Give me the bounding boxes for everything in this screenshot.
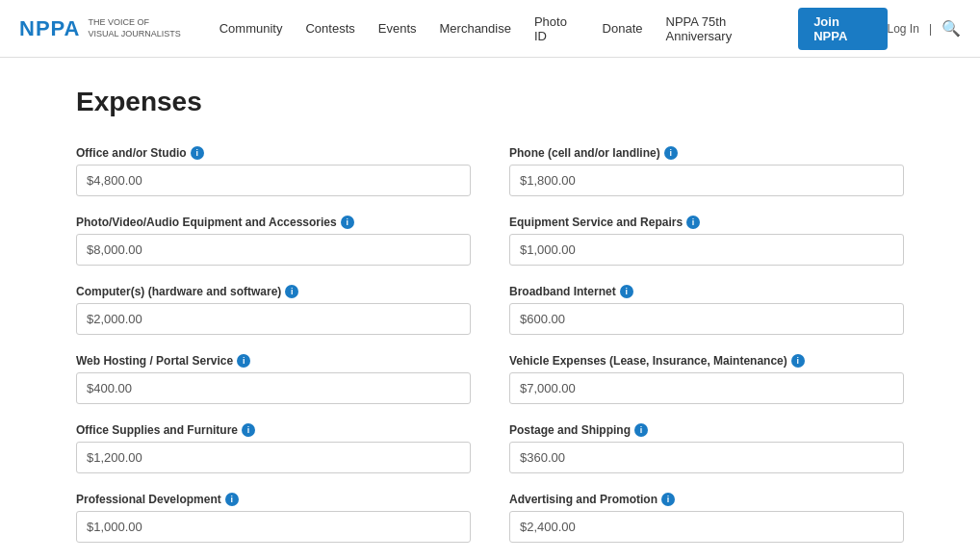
input-advertising-promotion[interactable] (509, 511, 904, 543)
info-icon-broadband[interactable]: i (620, 285, 633, 298)
logo-tagline: THE VOICE OF VISUAL JOURNALISTS (89, 17, 181, 39)
label-professional-development: Professional Developmenti (76, 493, 471, 506)
label-photo-video-audio: Photo/Video/Audio Equipment and Accessor… (76, 216, 471, 229)
label-postage-shipping: Postage and Shippingi (509, 423, 904, 437)
info-icon-web-hosting[interactable]: i (237, 354, 250, 368)
label-phone: Phone (cell and/or landline)i (509, 146, 904, 160)
nav-contests[interactable]: Contests (296, 15, 364, 41)
info-icon-advertising-promotion[interactable]: i (661, 493, 675, 506)
page-content: Expenses Office and/or StudioiPhone (cel… (57, 58, 923, 560)
label-office-studio: Office and/or Studioi (76, 146, 471, 160)
field-office-studio: Office and/or Studioi (76, 146, 471, 196)
field-broadband: Broadband Interneti (509, 285, 904, 335)
label-broadband: Broadband Interneti (509, 285, 904, 298)
field-professional-development: Professional Developmenti (76, 493, 471, 543)
page-title: Expenses (76, 87, 904, 117)
label-advertising-promotion: Advertising and Promotioni (509, 493, 904, 506)
expenses-form: Office and/or StudioiPhone (cell and/or … (76, 146, 904, 560)
label-vehicle-expenses: Vehicle Expenses (Lease, Insurance, Main… (509, 354, 904, 368)
input-vehicle-expenses[interactable] (509, 372, 904, 404)
info-icon-professional-development[interactable]: i (225, 493, 239, 506)
nav-anniversary[interactable]: NPPA 75th Anniversary (657, 9, 795, 49)
input-professional-development[interactable] (76, 511, 471, 543)
field-computer-hardware-software: Computer(s) (hardware and software)i (76, 285, 471, 335)
nav-join[interactable]: Join NPPA (798, 8, 887, 50)
input-postage-shipping[interactable] (509, 442, 904, 473)
input-office-supplies[interactable] (76, 442, 471, 473)
input-broadband[interactable] (509, 303, 904, 335)
info-icon-office-supplies[interactable]: i (242, 423, 255, 437)
input-web-hosting[interactable] (76, 372, 471, 404)
info-icon-postage-shipping[interactable]: i (634, 423, 648, 437)
label-computer-hardware-software: Computer(s) (hardware and software)i (76, 285, 471, 298)
field-postage-shipping: Postage and Shippingi (509, 423, 904, 473)
label-equipment-service: Equipment Service and Repairsi (509, 216, 904, 229)
info-icon-office-studio[interactable]: i (191, 146, 204, 160)
field-office-supplies: Office Supplies and Furniturei (76, 423, 471, 473)
logo-area: NPPA THE VOICE OF VISUAL JOURNALISTS (19, 16, 181, 41)
info-icon-equipment-service[interactable]: i (686, 216, 700, 229)
input-office-studio[interactable] (76, 165, 471, 196)
site-header: NPPA THE VOICE OF VISUAL JOURNALISTS Com… (0, 0, 980, 58)
field-phone: Phone (cell and/or landline)i (509, 146, 904, 196)
input-photo-video-audio[interactable] (76, 234, 471, 266)
header-right: Log In | 🔍 (888, 19, 962, 38)
search-icon[interactable]: 🔍 (941, 19, 961, 38)
input-computer-hardware-software[interactable] (76, 303, 471, 335)
input-equipment-service[interactable] (509, 234, 904, 266)
nav-donate[interactable]: Donate (593, 15, 653, 41)
nav-community[interactable]: Community (210, 15, 293, 41)
label-office-supplies: Office Supplies and Furniturei (76, 423, 471, 437)
label-web-hosting: Web Hosting / Portal Servicei (76, 354, 471, 368)
info-icon-computer-hardware-software[interactable]: i (285, 285, 298, 298)
field-equipment-service: Equipment Service and Repairsi (509, 216, 904, 266)
divider: | (929, 22, 932, 36)
nav-events[interactable]: Events (369, 15, 426, 41)
main-nav: CommunityContestsEventsMerchandisePhoto … (210, 8, 888, 50)
logo-text[interactable]: NPPA (19, 16, 81, 41)
info-icon-vehicle-expenses[interactable]: i (791, 354, 805, 368)
info-icon-photo-video-audio[interactable]: i (341, 216, 354, 229)
field-web-hosting: Web Hosting / Portal Servicei (76, 354, 471, 404)
field-vehicle-expenses: Vehicle Expenses (Lease, Insurance, Main… (509, 354, 904, 404)
login-link[interactable]: Log In (888, 22, 919, 36)
field-photo-video-audio: Photo/Video/Audio Equipment and Accessor… (76, 216, 471, 266)
info-icon-phone[interactable]: i (664, 146, 678, 160)
input-phone[interactable] (509, 165, 904, 196)
nav-merchandise[interactable]: Merchandise (430, 15, 521, 41)
nav-photo-id[interactable]: Photo ID (525, 9, 589, 49)
field-advertising-promotion: Advertising and Promotioni (509, 493, 904, 543)
